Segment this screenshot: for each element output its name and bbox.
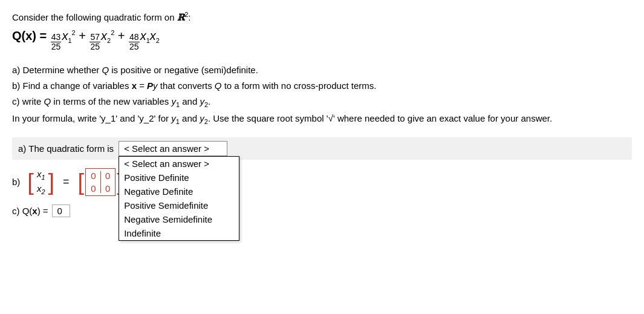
option-indefinite[interactable]: Indefinite	[119, 226, 239, 240]
term3-var: x1x2	[140, 29, 160, 44]
term2-var: x22 +	[101, 29, 128, 44]
instruction-c: c) write Q in terms of the new variables…	[12, 94, 632, 111]
instruction-note: In your formula, write 'y_1' and 'y_2' f…	[12, 111, 632, 128]
matrix-inner: 0 0 0 0	[85, 168, 115, 196]
bracket-right-x: ]	[48, 171, 55, 194]
option-positive-definite[interactable]: Positive Definite	[119, 171, 239, 185]
m-r2c1: 0	[88, 183, 98, 194]
matrix-right-col: 0 0	[103, 170, 112, 194]
x2-cell: x2	[35, 183, 47, 196]
instructions-block: a) Determine whether Q is positive or ne…	[12, 63, 632, 128]
dropdown-menu: < Select an answer > Positive Definite N…	[119, 156, 239, 241]
term1-var: x12 +	[62, 29, 89, 44]
m-r1c1: 0	[88, 170, 98, 182]
part-c-section: c) Q(x) = 0	[12, 204, 632, 217]
option-negative-definite[interactable]: Negative Definite	[119, 185, 239, 198]
equals-sign: =	[63, 175, 70, 188]
problem-container: Consider the following quadratic form on…	[12, 11, 632, 217]
x1-cell: x1	[35, 168, 47, 182]
frac3: 48 25	[129, 33, 140, 52]
dropdown-trigger[interactable]: < Select an answer >	[119, 141, 227, 156]
matrix-divider	[100, 171, 102, 193]
matrix-left-col: 0 0	[88, 170, 98, 194]
part-c-label: c) Q(x) =	[12, 206, 48, 216]
domain-label: ℝ	[177, 13, 184, 22]
part-c-answer-box[interactable]: 0	[52, 204, 70, 217]
frac2-den: 25	[89, 42, 100, 51]
frac1-den: 25	[51, 42, 62, 51]
m-r1c2: 0	[103, 170, 112, 182]
part-b-section: b) [ x1 x2 ] = [ 0 0 0 0	[12, 168, 632, 196]
problem-title: Consider the following quadratic form on…	[12, 11, 632, 23]
bracket-left-x: [	[27, 171, 34, 194]
part-a-label: a) The quadratic form is	[18, 143, 114, 154]
option-positive-semidefinite[interactable]: Positive Semidefinite	[119, 198, 239, 212]
formula-lhs: Q(x) =	[12, 29, 50, 43]
part-c-value: 0	[57, 206, 62, 216]
m-r2c2: 0	[103, 183, 112, 194]
quadratic-formula: Q(x) = 43 25 x12 + 57 25 x22 + 48 25 x1x…	[12, 29, 632, 52]
bracket-left-p: [	[78, 171, 85, 194]
instruction-a: a) Determine whether Q is positive or ne…	[12, 63, 632, 77]
frac1: 43 25	[51, 33, 62, 52]
title-text: Consider the following quadratic form on	[12, 12, 177, 22]
instruction-b: b) Find a change of variables x = Py tha…	[12, 79, 632, 93]
x-vector-cells: x1 x2	[35, 168, 47, 196]
option-select-answer[interactable]: < Select an answer >	[119, 157, 239, 171]
frac2-num: 57	[89, 33, 100, 42]
p-matrix: [ 0 0 0 0 ]	[78, 168, 123, 196]
frac1-num: 43	[51, 33, 62, 42]
frac3-den: 25	[129, 42, 140, 51]
option-negative-semidefinite[interactable]: Negative Semidefinite	[119, 212, 239, 226]
part-a-section: a) The quadratic form is < Select an ans…	[12, 137, 632, 160]
part-b-label: b)	[12, 177, 20, 187]
x-vector: [ x1 x2 ]	[27, 168, 54, 196]
frac2: 57 25	[89, 33, 100, 52]
dropdown-selected-text: < Select an answer >	[124, 143, 209, 154]
answer-dropdown-container[interactable]: < Select an answer > < Select an answer …	[119, 141, 227, 156]
frac3-num: 48	[129, 33, 140, 42]
